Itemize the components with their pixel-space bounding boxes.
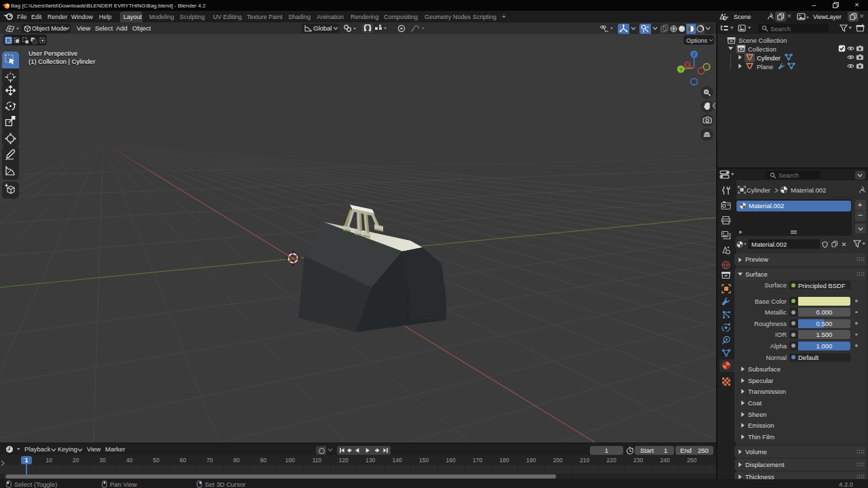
svg-text:X: X	[686, 62, 689, 67]
svg-text:Z: Z	[692, 52, 696, 58]
svg-text:Y: Y	[679, 66, 682, 73]
